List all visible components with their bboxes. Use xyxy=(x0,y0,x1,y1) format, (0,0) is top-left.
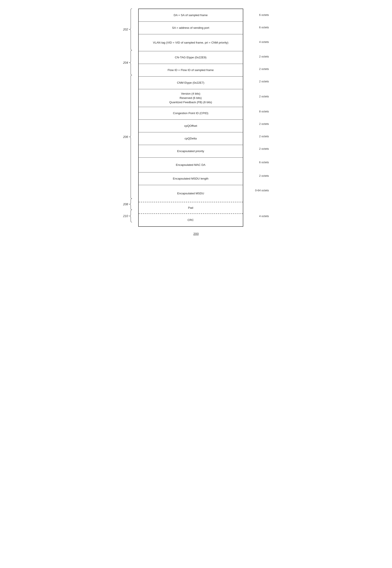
octet-label-vlan-tag: 4 octets xyxy=(259,33,269,50)
row-da-sa: DA = SA of sampled frame xyxy=(139,9,243,22)
cell-text-cnm-etype: CNM Etype (0x22E7) xyxy=(139,77,243,89)
figure-number: 200 xyxy=(121,232,271,235)
row-enc-msdu: Encapsulated MSDU xyxy=(139,185,243,202)
brace-label-204: 204 xyxy=(122,61,128,64)
octet-label-cpqdelta: 2 octets xyxy=(259,130,269,142)
cell-text-version-reserved: Version (4 bits) Reserved (6 bits) Quant… xyxy=(139,89,243,107)
row-enc-msdu-len: Encapsulated MSDU length xyxy=(139,173,243,185)
octet-label-flow-id: 2 octets xyxy=(259,63,269,75)
packet-diagram: DA = SA of sampled frameSA = address of … xyxy=(138,9,243,227)
octet-label-sa-address: 6 octets xyxy=(259,21,269,33)
brace-label-210: 210 xyxy=(122,214,128,218)
brace-202: 202 xyxy=(122,9,137,50)
row-version-reserved: Version (4 bits) Reserved (6 bits) Quant… xyxy=(139,89,243,107)
brace-206: 206 xyxy=(122,75,137,199)
cell-text-cpqdelta: cpQDelta xyxy=(139,132,243,145)
cell-text-da-sa: DA = SA of sampled frame xyxy=(139,9,243,21)
row-cpqoffset: cpQOffset xyxy=(139,120,243,132)
cell-text-cpqoffset: cpQOffset xyxy=(139,120,243,132)
brace-208: 208 xyxy=(122,199,137,210)
brace-label-208: 208 xyxy=(122,203,128,206)
row-cn-tag-etype: CN-TAG Etype (0x22E9) xyxy=(139,51,243,64)
octet-label-version-reserved: 2 octets xyxy=(259,87,269,105)
cell-text-crc: CRC xyxy=(139,214,243,226)
cell-text-sa-address: SA = address of sending port xyxy=(139,22,243,34)
octet-label-enc-msdu-len: 2 octets xyxy=(259,169,269,182)
octet-label-enc-priority: 2 octets xyxy=(259,142,269,155)
octet-label-cn-tag-etype: 2 octets xyxy=(259,50,269,63)
row-sa-address: SA = address of sending port xyxy=(139,22,243,34)
cell-text-flow-id: Flow ID = Flow ID of sampled frame xyxy=(139,64,243,76)
row-vlan-tag: VLAN tag (VID = VID of sampled frame, pr… xyxy=(139,34,243,51)
octet-label-enc-mac-da: 6 octets xyxy=(259,155,269,169)
cell-text-enc-msdu: Encapsulated MSDU xyxy=(139,185,243,202)
octet-label-enc-msdu: 0-64 octets xyxy=(255,182,269,199)
cell-text-cn-tag-etype: CN-TAG Etype (0x22E9) xyxy=(139,51,243,64)
row-cpqdelta: cpQDelta xyxy=(139,132,243,145)
cell-text-enc-mac-da: Encapsulated MAC DA xyxy=(139,158,243,172)
row-cpid: Congestion Point ID (CPID) xyxy=(139,107,243,120)
octet-label-cpqoffset: 2 octets xyxy=(259,117,269,130)
page-container: DA = SA of sampled frameSA = address of … xyxy=(121,9,271,235)
cell-text-enc-msdu-len: Encapsulated MSDU length xyxy=(139,173,243,185)
cell-text-cpid: Congestion Point ID (CPID) xyxy=(139,107,243,119)
row-cnm-etype: CNM Etype (0x22E7) xyxy=(139,77,243,89)
octet-label-da-sa: 6 octets xyxy=(259,9,269,21)
row-enc-mac-da: Encapsulated MAC DA xyxy=(139,158,243,173)
octet-label-cpid: 8 octets xyxy=(259,105,269,117)
brace-label-202: 202 xyxy=(122,28,128,31)
cell-text-vlan-tag: VLAN tag (VID = VID of sampled frame, pr… xyxy=(139,34,243,51)
cell-text-enc-priority: Encapsulated priority xyxy=(139,145,243,158)
brace-210: 210 xyxy=(122,210,137,222)
cell-text-pad: Pad xyxy=(139,202,243,213)
brace-204: 204 xyxy=(122,50,137,75)
row-enc-priority: Encapsulated priority xyxy=(139,145,243,158)
row-flow-id: Flow ID = Flow ID of sampled frame xyxy=(139,64,243,77)
octet-label-crc: 4 octets xyxy=(259,210,269,222)
octet-label-cnm-etype: 2 octets xyxy=(259,75,269,87)
brace-label-206: 206 xyxy=(122,135,128,139)
row-crc: CRC xyxy=(139,214,243,227)
row-pad: Pad xyxy=(139,202,243,214)
